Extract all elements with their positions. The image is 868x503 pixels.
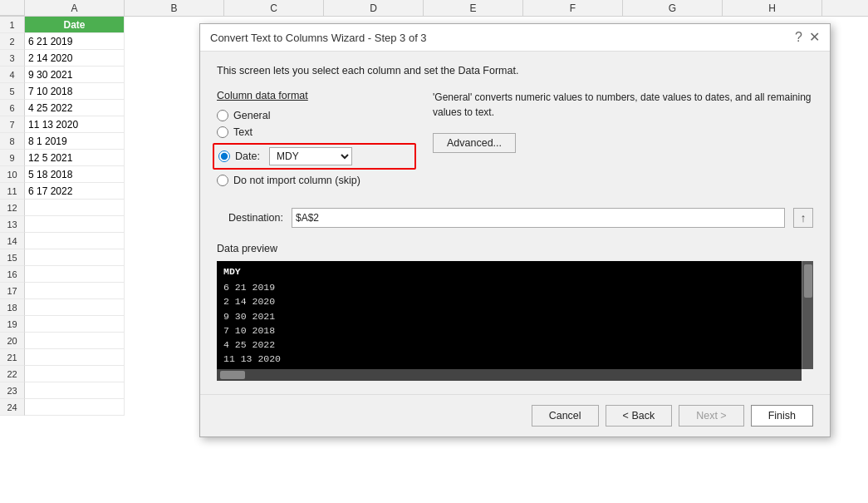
right-panel: 'General' converts numeric values to num… bbox=[433, 90, 813, 193]
row-num-17: 17 bbox=[0, 283, 25, 299]
dialog-footer: Cancel < Back Next > Finish bbox=[200, 394, 830, 436]
row-num-13: 13 bbox=[0, 216, 25, 233]
next-button[interactable]: Next > bbox=[679, 405, 743, 427]
preview-row-2: 2 14 2020 bbox=[223, 294, 807, 308]
row-num-21: 21 bbox=[0, 349, 25, 366]
col-header-a: A bbox=[25, 0, 125, 16]
row-num-4: 4 bbox=[0, 67, 25, 83]
preview-box: MDY 6 21 2019 2 14 2020 9 30 2021 7 10 2… bbox=[217, 261, 813, 369]
preview-section: Data preview MDY 6 21 2019 2 14 2020 9 3… bbox=[217, 243, 813, 381]
row-num-16: 16 bbox=[0, 266, 25, 283]
row-num-10: 10 bbox=[0, 166, 25, 183]
radio-text-label: Text bbox=[233, 126, 253, 138]
preview-vertical-scrollbar[interactable] bbox=[802, 261, 813, 369]
col-header-f: F bbox=[523, 0, 623, 16]
col-header-i: I bbox=[822, 0, 868, 16]
radio-general-item[interactable]: General bbox=[217, 110, 416, 121]
dialog-title: Convert Text to Columns Wizard - Step 3 … bbox=[210, 32, 427, 44]
finish-button[interactable]: Finish bbox=[751, 405, 813, 427]
row-num-5: 5 bbox=[0, 83, 25, 100]
row-num-6: 6 bbox=[0, 100, 25, 116]
radio-date[interactable] bbox=[218, 150, 230, 162]
cell-a9: 12 5 2021 bbox=[25, 150, 124, 166]
date-format-select[interactable]: MDY DMY YMD MYD DYM YDM bbox=[269, 147, 352, 165]
preview-h-scrollbar-thumb bbox=[220, 371, 245, 379]
row-num-22: 22 bbox=[0, 366, 25, 382]
cell-a3: 2 14 2020 bbox=[25, 50, 124, 67]
cell-a6: 4 25 2022 bbox=[25, 100, 124, 116]
cell-a2: 6 21 2019 bbox=[25, 33, 124, 50]
dialog-description: This screen lets you select each column … bbox=[217, 65, 813, 76]
row-num-3: 3 bbox=[0, 50, 25, 67]
convert-text-wizard-dialog: Convert Text to Columns Wizard - Step 3 … bbox=[199, 23, 831, 437]
cell-a1: Date bbox=[25, 17, 124, 33]
cell-a5: 7 10 2018 bbox=[25, 83, 124, 100]
preview-row-5: 4 25 2022 bbox=[223, 338, 807, 352]
help-button[interactable]: ? bbox=[795, 31, 802, 44]
radio-text-item[interactable]: Text bbox=[217, 126, 416, 138]
cell-a10: 5 18 2018 bbox=[25, 166, 124, 183]
cell-a13 bbox=[25, 216, 124, 233]
destination-label: Destination: bbox=[217, 212, 283, 224]
radio-date-item[interactable]: Date: bbox=[218, 150, 264, 162]
row-num-18: 18 bbox=[0, 299, 25, 316]
col-header-d: D bbox=[324, 0, 424, 16]
destination-input[interactable] bbox=[292, 208, 785, 228]
info-box: 'General' converts numeric values to num… bbox=[433, 90, 813, 120]
preview-col-header: MDY bbox=[223, 266, 807, 277]
row-num-24: 24 bbox=[0, 399, 25, 416]
dialog-titlebar: Convert Text to Columns Wizard - Step 3 … bbox=[200, 24, 830, 52]
cell-a15 bbox=[25, 249, 124, 266]
col-header-c: C bbox=[224, 0, 324, 16]
destination-icon-button[interactable]: ↑ bbox=[793, 208, 813, 228]
cell-a4: 9 30 2021 bbox=[25, 67, 124, 83]
cell-a11: 6 17 2022 bbox=[25, 183, 124, 200]
row-num-9: 9 bbox=[0, 150, 25, 166]
row-num-19: 19 bbox=[0, 316, 25, 333]
preview-row-1: 6 21 2019 bbox=[223, 280, 807, 294]
row-num-2: 2 bbox=[0, 33, 25, 50]
cell-a14 bbox=[25, 233, 124, 249]
cell-a18 bbox=[25, 299, 124, 316]
column-format-radio-group: General Text Date: MDY bbox=[217, 110, 416, 186]
date-row: Date: MDY DMY YMD MYD DYM YDM bbox=[213, 143, 416, 170]
preview-scrollbar-thumb bbox=[804, 264, 812, 298]
close-button[interactable]: ✕ bbox=[809, 31, 820, 44]
cell-a16 bbox=[25, 266, 124, 283]
radio-general[interactable] bbox=[217, 110, 228, 121]
cell-a22 bbox=[25, 366, 124, 382]
col-header-e: E bbox=[424, 0, 523, 16]
row-num-14: 14 bbox=[0, 233, 25, 249]
row-num-1: 1 bbox=[0, 17, 25, 33]
advanced-button[interactable]: Advanced... bbox=[433, 133, 516, 153]
row-num-8: 8 bbox=[0, 133, 25, 150]
cell-a12 bbox=[25, 200, 124, 216]
row-num-11: 11 bbox=[0, 183, 25, 200]
col-header-row: A B C D E F G H I J K L bbox=[0, 0, 868, 17]
cell-a17 bbox=[25, 283, 124, 299]
preview-row-3: 9 30 2021 bbox=[223, 309, 807, 323]
radio-skip-label: Do not import column (skip) bbox=[233, 175, 360, 186]
radio-text[interactable] bbox=[217, 126, 228, 138]
row-num-12: 12 bbox=[0, 200, 25, 216]
dialog-titlebar-buttons: ? ✕ bbox=[795, 31, 820, 44]
preview-label: Data preview bbox=[217, 243, 813, 254]
preview-horizontal-scrollbar[interactable] bbox=[217, 369, 802, 381]
cancel-button[interactable]: Cancel bbox=[532, 405, 599, 427]
left-panel: Column data format General Text bbox=[217, 90, 416, 193]
radio-skip-item[interactable]: Do not import column (skip) bbox=[217, 175, 416, 186]
preview-row-4: 7 10 2018 bbox=[223, 323, 807, 338]
cell-a7: 11 13 2020 bbox=[25, 116, 124, 133]
col-header-g: G bbox=[623, 0, 723, 16]
back-button[interactable]: < Back bbox=[606, 405, 673, 427]
radio-skip[interactable] bbox=[217, 175, 228, 186]
cell-a20 bbox=[25, 333, 124, 349]
row-headers: 1 2 3 4 5 6 7 8 9 10 11 12 13 14 15 16 1… bbox=[0, 17, 25, 416]
row-num-20: 20 bbox=[0, 333, 25, 349]
cell-a24 bbox=[25, 399, 124, 416]
row-num-15: 15 bbox=[0, 249, 25, 266]
radio-general-label: General bbox=[233, 110, 270, 121]
cell-a23 bbox=[25, 382, 124, 399]
column-format-label: Column data format bbox=[217, 90, 416, 101]
dialog-main: Column data format General Text bbox=[217, 90, 813, 193]
